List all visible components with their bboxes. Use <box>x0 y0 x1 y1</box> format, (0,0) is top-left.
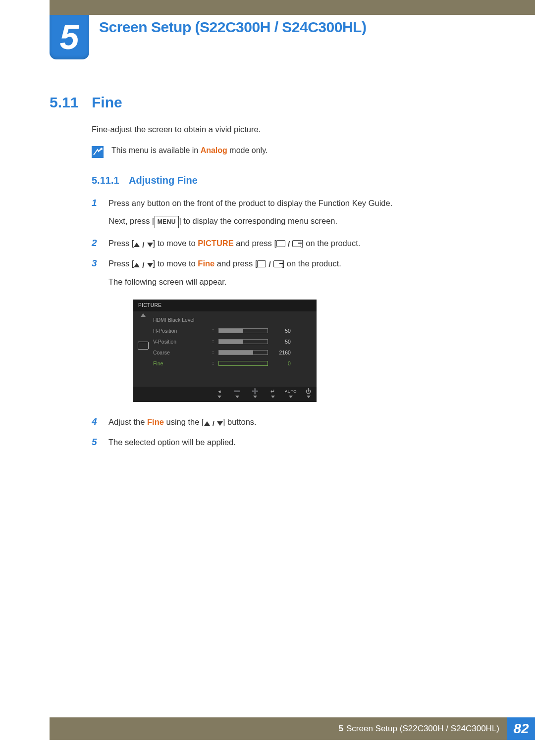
step-number: 5 <box>92 437 100 448</box>
menu-key-icon: MENU <box>155 216 179 229</box>
step: 5 The selected option will be applied. <box>92 435 500 450</box>
osd-header: PICTURE <box>133 300 317 311</box>
osd-plus-icon: ➕ <box>251 389 259 398</box>
step-number: 2 <box>92 238 100 249</box>
footer-chapter-title: Screen Setup (S22C300H / S24C300HL) <box>346 724 499 734</box>
step: 1 Press any button on the front of the p… <box>92 196 500 231</box>
osd-row: HDMI Black Level <box>153 314 312 325</box>
subsection-number: 5.11.1 <box>92 175 129 186</box>
step-number: 3 <box>92 258 100 269</box>
steps-list: 1 Press any button on the front of the p… <box>92 196 500 450</box>
footer-bar: 5 Screen Setup (S22C300H / S24C300HL) <box>50 717 507 740</box>
section-title: Fine <box>92 94 122 111</box>
chapter-title: Screen Setup (S22C300H / S24C300HL) <box>99 19 366 36</box>
osd-auto-label: AUTO <box>287 389 295 398</box>
top-accent-bar <box>50 0 535 15</box>
step-body: Press [/] to move to Fine and press [/] … <box>108 256 341 410</box>
step-body: Adjust the Fine using the [/] buttons. <box>108 415 257 430</box>
osd-row: V-Position : 50 <box>153 336 312 347</box>
chapter-badge: 5 <box>50 15 89 59</box>
section-description: Fine-adjust the screen to obtain a vivid… <box>92 125 500 134</box>
osd-row: H-Position : 50 <box>153 325 312 336</box>
section-number: 5.11 <box>50 94 92 111</box>
enter-source-icon: / <box>257 257 282 271</box>
osd-slider <box>218 350 268 355</box>
osd-power-icon: ⏻ <box>305 389 313 398</box>
step-body: Press any button on the front of the pro… <box>108 196 392 231</box>
page-footer: 5 Screen Setup (S22C300H / S24C300HL) 82 <box>50 717 535 740</box>
page-number: 82 <box>507 717 535 740</box>
osd-slider <box>218 339 268 344</box>
osd-row-selected: Fine : 0 <box>153 358 312 369</box>
osd-slider <box>218 328 268 333</box>
osd-label: V-Position <box>153 337 208 347</box>
osd-label: HDMI Black Level <box>153 315 208 325</box>
osd-label: H-Position <box>153 326 208 336</box>
osd-enter-icon: ↵ <box>269 389 277 398</box>
osd-value: 2160 <box>272 348 291 357</box>
step-body: The selected option will be applied. <box>108 435 236 450</box>
osd-row: Coarse : 2160 <box>153 347 312 358</box>
osd-label: Coarse <box>153 348 208 357</box>
osd-back-icon: ◂ <box>215 389 223 398</box>
footer-chapter-number: 5 <box>339 724 343 734</box>
osd-footer: ◂ ➖ ➕ ↵ AUTO ⏻ <box>133 387 317 402</box>
up-down-icon: / <box>204 417 223 430</box>
osd-minus-icon: ➖ <box>233 389 241 398</box>
subsection-title: Adjusting Fine <box>129 175 198 186</box>
osd-value: 50 <box>272 326 291 336</box>
note-row: This menu is available in Analog mode on… <box>92 146 500 158</box>
osd-value: 50 <box>272 337 291 347</box>
step: 4 Adjust the Fine using the [/] buttons. <box>92 415 500 430</box>
step-number: 1 <box>92 198 100 208</box>
monitor-icon <box>138 342 149 350</box>
enter-source-icon: / <box>276 237 301 251</box>
note-text: This menu is available in Analog mode on… <box>111 146 268 155</box>
osd-scroll-up-icon <box>141 313 146 317</box>
step-number: 4 <box>92 416 100 427</box>
up-down-icon: / <box>134 238 153 252</box>
note-icon <box>92 146 104 158</box>
chapter-number: 5 <box>60 17 79 57</box>
step: 3 Press [/] to move to Fine and press [/… <box>92 256 500 410</box>
osd-slider <box>218 361 268 366</box>
osd-value: 0 <box>272 359 291 368</box>
up-down-icon: / <box>134 258 153 272</box>
step-body: Press [/] to move to PICTURE and press [… <box>108 236 360 252</box>
osd-screenshot: PICTURE HDMI Black Level H-Position <box>133 300 317 402</box>
osd-label: Fine <box>153 359 208 368</box>
step: 2 Press [/] to move to PICTURE and press… <box>92 236 500 252</box>
